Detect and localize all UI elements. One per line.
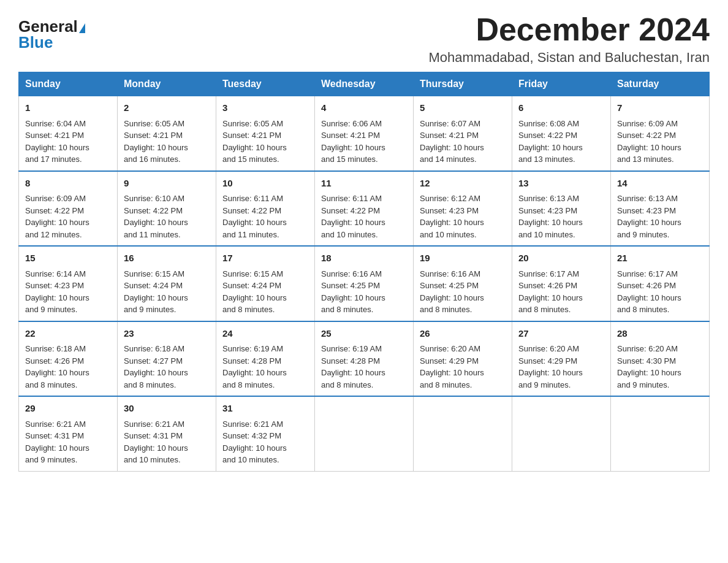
daylight-label: Daylight: 10 hours [25,143,89,152]
daylight-label: Daylight: 10 hours [25,293,89,302]
sunrise-label: Sunrise: 6:16 AM [420,269,480,278]
sunset-label: Sunset: 4:27 PM [124,356,183,366]
daylight-label: Daylight: 10 hours [518,293,583,302]
day-number: 28 [617,327,703,341]
daylight-minutes: and 10 minutes. [222,455,279,464]
daylight-minutes: and 11 minutes. [124,230,181,239]
sunset-label: Sunset: 4:22 PM [617,131,676,140]
calendar-cell: 30Sunrise: 6:21 AMSunset: 4:31 PMDayligh… [118,396,216,471]
calendar-week-row: 29Sunrise: 6:21 AMSunset: 4:31 PMDayligh… [19,396,710,471]
day-number: 17 [222,251,308,266]
sunrise-label: Sunrise: 6:13 AM [617,194,678,203]
day-number: 5 [420,101,506,115]
sunset-label: Sunset: 4:26 PM [25,356,84,366]
daylight-label: Daylight: 10 hours [617,218,681,227]
day-number: 11 [321,177,407,191]
daylight-label: Daylight: 10 hours [321,218,385,227]
calendar-cell: 24Sunrise: 6:19 AMSunset: 4:28 PMDayligh… [216,321,315,397]
sunrise-label: Sunrise: 6:14 AM [25,269,86,278]
sunrise-label: Sunrise: 6:17 AM [617,269,678,278]
daylight-minutes: and 11 minutes. [222,230,279,239]
daylight-label: Daylight: 10 hours [25,218,89,227]
header-cell-sunday: Sunday [19,72,118,96]
daylight-minutes: and 9 minutes. [617,230,669,239]
calendar-cell: 6Sunrise: 6:08 AMSunset: 4:22 PMDaylight… [512,96,611,171]
day-number: 31 [222,402,308,416]
daylight-minutes: and 12 minutes. [25,230,82,239]
daylight-label: Daylight: 10 hours [124,293,188,302]
daylight-label: Daylight: 10 hours [420,293,484,302]
sunrise-label: Sunrise: 6:11 AM [321,194,382,203]
sunset-label: Sunset: 4:28 PM [222,356,281,366]
daylight-label: Daylight: 10 hours [222,443,287,453]
daylight-minutes: and 8 minutes. [321,380,373,389]
sunrise-label: Sunrise: 6:08 AM [518,119,579,128]
sunset-label: Sunset: 4:21 PM [124,131,183,140]
sunset-label: Sunset: 4:30 PM [617,356,676,366]
header-cell-wednesday: Wednesday [315,72,414,96]
daylight-label: Daylight: 10 hours [25,443,89,453]
daylight-label: Daylight: 10 hours [222,143,287,152]
day-number: 8 [25,177,111,191]
daylight-label: Daylight: 10 hours [321,143,385,152]
calendar-cell: 10Sunrise: 6:11 AMSunset: 4:22 PMDayligh… [216,171,315,247]
daylight-minutes: and 13 minutes. [617,155,674,164]
title-area: December 2024 Mohammadabad, Sistan and B… [428,12,710,66]
sunset-label: Sunset: 4:23 PM [25,281,84,290]
day-number: 4 [321,101,407,115]
calendar-cell: 15Sunrise: 6:14 AMSunset: 4:23 PMDayligh… [19,246,118,321]
sunset-label: Sunset: 4:21 PM [321,131,380,140]
sunset-label: Sunset: 4:22 PM [25,206,84,215]
day-number: 23 [124,327,210,341]
calendar-cell: 2Sunrise: 6:05 AMSunset: 4:21 PMDaylight… [118,96,216,171]
daylight-minutes: and 15 minutes. [321,155,378,164]
logo-general-line: General [18,18,85,34]
daylight-minutes: and 14 minutes. [420,155,477,164]
daylight-minutes: and 8 minutes. [321,305,373,314]
daylight-label: Daylight: 10 hours [617,293,681,302]
daylight-label: Daylight: 10 hours [124,218,188,227]
day-number: 21 [617,251,703,266]
calendar-cell: 5Sunrise: 6:07 AMSunset: 4:21 PMDaylight… [414,96,512,171]
sunrise-label: Sunrise: 6:07 AM [420,119,480,128]
sunset-label: Sunset: 4:22 PM [321,206,380,215]
header-cell-tuesday: Tuesday [216,72,315,96]
calendar-cell: 31Sunrise: 6:21 AMSunset: 4:32 PMDayligh… [216,396,315,471]
logo: General Blue [18,18,85,50]
calendar-cell: 17Sunrise: 6:15 AMSunset: 4:24 PMDayligh… [216,246,315,321]
calendar-cell: 14Sunrise: 6:13 AMSunset: 4:23 PMDayligh… [611,171,710,247]
header-cell-thursday: Thursday [414,72,512,96]
calendar-title: December 2024 [428,12,710,47]
daylight-label: Daylight: 10 hours [518,143,583,152]
calendar-week-row: 8Sunrise: 6:09 AMSunset: 4:22 PMDaylight… [19,171,710,247]
daylight-minutes: and 8 minutes. [124,380,176,389]
sunrise-label: Sunrise: 6:21 AM [124,419,184,429]
daylight-label: Daylight: 10 hours [518,218,583,227]
sunrise-label: Sunrise: 6:15 AM [124,269,184,278]
daylight-label: Daylight: 10 hours [25,368,89,377]
daylight-minutes: and 8 minutes. [420,305,472,314]
sunrise-label: Sunrise: 6:16 AM [321,269,382,278]
calendar-week-row: 15Sunrise: 6:14 AMSunset: 4:23 PMDayligh… [19,246,710,321]
logo-triangle-icon [79,23,85,33]
sunrise-label: Sunrise: 6:05 AM [222,119,283,128]
day-number: 12 [420,177,506,191]
daylight-label: Daylight: 10 hours [617,143,681,152]
daylight-label: Daylight: 10 hours [420,368,484,377]
sunrise-label: Sunrise: 6:15 AM [222,269,283,278]
daylight-minutes: and 8 minutes. [617,305,669,314]
daylight-label: Daylight: 10 hours [222,218,287,227]
calendar-cell: 16Sunrise: 6:15 AMSunset: 4:24 PMDayligh… [118,246,216,321]
calendar-cell: 23Sunrise: 6:18 AMSunset: 4:27 PMDayligh… [118,321,216,397]
calendar-cell [512,396,611,471]
sunset-label: Sunset: 4:26 PM [617,281,676,290]
calendar-cell: 20Sunrise: 6:17 AMSunset: 4:26 PMDayligh… [512,246,611,321]
daylight-minutes: and 8 minutes. [222,380,275,389]
daylight-label: Daylight: 10 hours [321,368,385,377]
daylight-minutes: and 8 minutes. [222,305,275,314]
sunrise-label: Sunrise: 6:20 AM [420,344,480,353]
sunrise-label: Sunrise: 6:17 AM [518,269,579,278]
daylight-minutes: and 8 minutes. [420,380,472,389]
sunrise-label: Sunrise: 6:09 AM [617,119,678,128]
day-number: 7 [617,101,703,115]
